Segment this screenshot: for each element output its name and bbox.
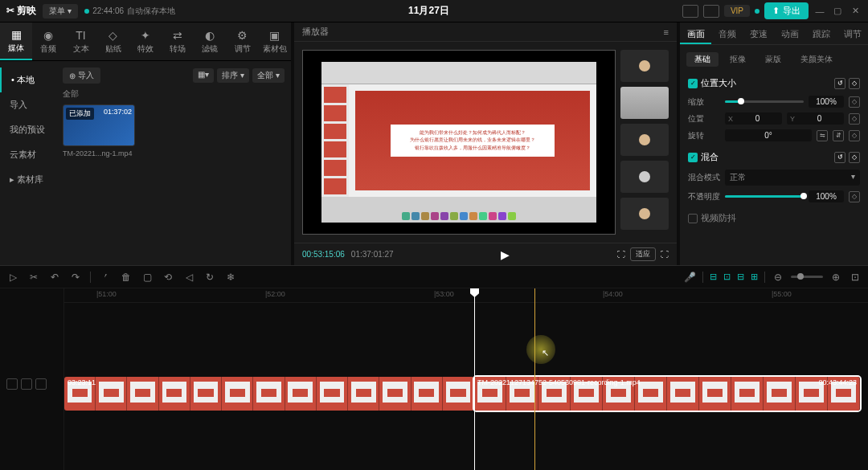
zoom-in-button[interactable]: ⊕ (829, 271, 842, 284)
media-tab-5[interactable]: ⇄转场 (162, 22, 194, 60)
magnet-prev-icon[interactable]: ⊟ (710, 272, 717, 282)
prop-tab-4[interactable]: 跟踪 (805, 22, 837, 44)
prop-subtab-2[interactable]: 蒙版 (757, 52, 789, 67)
vip-badge[interactable]: VIP (724, 5, 750, 17)
export-button[interactable]: ⬆ 导出 (764, 2, 809, 19)
layout-button-2[interactable] (703, 5, 719, 18)
redo-button[interactable]: ↷ (69, 271, 82, 284)
split-button[interactable]: ⎖ (99, 271, 112, 284)
scale-slider[interactable] (725, 100, 804, 103)
delete-button[interactable]: 🗑 (120, 271, 133, 284)
video-clip-2[interactable]: TM-20221127134752-540530981-recording-1.… (474, 377, 860, 411)
fit-button[interactable]: 适应 (630, 247, 656, 261)
keyframe-icon[interactable]: ◇ (849, 191, 860, 202)
play-button[interactable]: ▶ (501, 248, 510, 261)
reverse-button[interactable]: ⟲ (162, 271, 174, 284)
prop-tab-2[interactable]: 变速 (743, 22, 774, 44)
position-checkbox[interactable]: ✓ (688, 79, 698, 88)
media-panel: ▦媒体◉音频TI文本◇贴纸✦特效⇄转场◐滤镜⚙调节▣素材包 • 本地导入我的预设… (0, 22, 291, 265)
media-clip-thumb[interactable]: 已添加 01:37:02 TM-20221...ng-1.mp4 (63, 104, 135, 157)
opacity-value[interactable]: 100% (809, 190, 844, 202)
prop-subtab-0[interactable]: 基础 (686, 52, 719, 67)
sort-button[interactable]: 排序 ▾ (217, 68, 249, 83)
rotate-button[interactable]: ↻ (203, 271, 216, 284)
reset-icon[interactable]: ↺ (834, 152, 845, 163)
flip-v-icon[interactable]: ⇵ (833, 130, 844, 141)
track-lock-toggle[interactable] (6, 378, 18, 390)
flip-h-icon[interactable]: ⇋ (817, 130, 828, 141)
keyframe-icon[interactable]: ◇ (849, 152, 860, 163)
zoom-out-button[interactable]: ⊖ (772, 271, 784, 284)
track-mute-toggle[interactable] (35, 378, 47, 390)
time-ruler[interactable]: |51:00|52:00|53:00|54:00|55:00 (64, 288, 868, 303)
track-visibility-toggle[interactable] (21, 378, 32, 390)
keyframe-icon[interactable]: ◇ (849, 78, 860, 89)
reset-icon[interactable]: ↺ (834, 78, 845, 89)
magnet-icon[interactable]: ⊡ (723, 272, 731, 282)
main-menu-button[interactable]: 菜单 ▾ (43, 4, 78, 18)
player-canvas[interactable]: 能为我们带来什么好处？如何成为稀代人而标配？ 为什么银行愿意让我们用未来的钱，业… (302, 50, 616, 235)
view-grid-button[interactable]: ▦▾ (193, 68, 214, 83)
media-tab-8[interactable]: ▣素材包 (259, 22, 291, 60)
minimize-button[interactable]: — (813, 5, 826, 18)
layout-button-1[interactable] (682, 5, 698, 18)
blend-mode-label: 混合模式 (688, 172, 720, 183)
rotate-value[interactable]: 0° (725, 129, 812, 141)
slide-text-1: 能为我们带来什么好处？如何成为稀代人而标配？ (395, 129, 550, 137)
fullscreen-icon[interactable]: ⛶ (661, 250, 669, 259)
video-clip-1[interactable]: 03:23:11 (64, 377, 474, 411)
scale-value[interactable]: 100% (809, 96, 844, 108)
crop-button[interactable]: ▢ (141, 271, 154, 284)
filter-all-button[interactable]: 全部 ▾ (252, 68, 285, 83)
prop-subtab-3[interactable]: 美颜美体 (792, 52, 841, 67)
zoom-slider[interactable] (791, 276, 823, 278)
prop-subtab-1[interactable]: 抠像 (722, 52, 754, 67)
project-title: 11月27日 (175, 4, 682, 18)
crop-icon[interactable]: ⛶ (617, 250, 625, 259)
freeze-button[interactable]: ❄ (224, 271, 237, 284)
stabilize-checkbox[interactable] (688, 214, 698, 223)
keyframe-icon[interactable]: ◇ (849, 96, 860, 108)
playhead[interactable] (474, 288, 475, 470)
export-label: 导出 (783, 5, 800, 17)
media-tab-3[interactable]: ◇贴纸 (97, 22, 129, 60)
sidebar-item-3[interactable]: 云素材 (0, 142, 56, 167)
prop-tab-3[interactable]: 动画 (774, 22, 805, 44)
prop-tab-0[interactable]: 画面 (680, 22, 711, 44)
ruler-tick: |54:00 (603, 290, 623, 298)
media-tab-6[interactable]: ◐滤镜 (194, 22, 226, 60)
participant-thumb (620, 198, 669, 230)
close-button[interactable]: ✕ (849, 5, 862, 18)
link-icon[interactable]: ⊞ (751, 272, 758, 282)
undo-button[interactable]: ↶ (48, 271, 61, 284)
position-y-input[interactable]: Y0 (787, 112, 844, 125)
sidebar-item-0[interactable]: • 本地 (0, 67, 56, 92)
clip-duration-label: 00:43:44:23 (818, 378, 857, 386)
media-tab-7[interactable]: ⚙调节 (227, 22, 259, 60)
cut-tool[interactable]: ✂ (27, 271, 40, 284)
import-button[interactable]: ⊕ 导入 (63, 67, 100, 84)
magnet-next-icon[interactable]: ⊟ (737, 272, 744, 282)
mic-button[interactable]: 🎤 (683, 271, 696, 284)
keyframe-icon[interactable]: ◇ (849, 113, 860, 125)
sidebar-item-2[interactable]: 我的预设 (0, 117, 56, 142)
prop-tab-1[interactable]: 音频 (711, 22, 743, 44)
tracks-area[interactable]: |51:00|52:00|53:00|54:00|55:00 ↖ 03:23:1… (64, 288, 868, 470)
maximize-button[interactable]: ▢ (831, 5, 844, 18)
mirror-button[interactable]: ◁ (182, 271, 195, 284)
media-tab-0[interactable]: ▦媒体 (0, 22, 32, 60)
blend-checkbox[interactable]: ✓ (688, 153, 698, 162)
select-tool[interactable]: ▷ (6, 271, 19, 284)
prop-tab-5[interactable]: 调节 (837, 22, 868, 44)
zoom-fit-button[interactable]: ⊡ (849, 271, 862, 284)
blend-mode-select[interactable]: 正常▾ (725, 170, 860, 186)
opacity-slider[interactable] (725, 195, 804, 198)
keyframe-icon[interactable]: ◇ (849, 130, 860, 141)
media-tab-4[interactable]: ✦特效 (129, 22, 162, 60)
sidebar-item-1[interactable]: 导入 (0, 92, 56, 117)
media-tab-2[interactable]: TI文本 (64, 22, 96, 60)
position-x-input[interactable]: X0 (725, 112, 782, 125)
player-menu-icon[interactable]: ≡ (664, 27, 669, 37)
sidebar-item-4[interactable]: ▸ 素材库 (0, 167, 56, 192)
media-tab-1[interactable]: ◉音频 (32, 22, 64, 60)
